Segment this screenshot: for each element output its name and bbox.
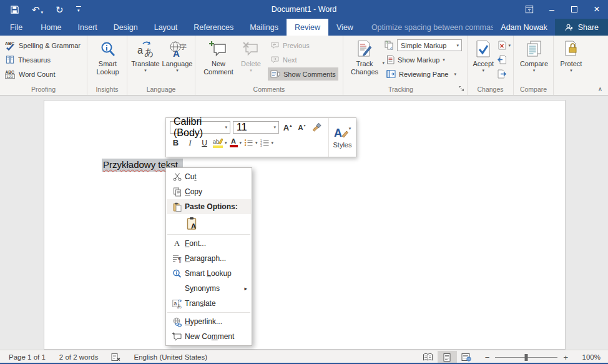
tab-view[interactable]: View	[328, 19, 361, 36]
styles-button[interactable]: A ▾ Styles	[328, 118, 356, 157]
svg-text:a: a	[137, 45, 143, 56]
format-painter-button[interactable]	[310, 122, 322, 134]
bullets-button[interactable]: ▾	[244, 137, 258, 149]
styles-label: Styles	[333, 141, 352, 149]
accept-button[interactable]: Accept ▾	[471, 37, 495, 73]
thesaurus-button[interactable]: Thesaurus	[2, 53, 83, 66]
redo-button[interactable]: ↻	[56, 5, 64, 14]
menu-item-label: Smart Lookup	[185, 269, 247, 278]
smart-lookup-button[interactable]: Smart Lookup	[91, 37, 125, 76]
display-for-review-select[interactable]: Simple Markup▾	[384, 39, 463, 52]
format-painter-icon	[311, 122, 321, 132]
account-user[interactable]: Adam Nowak	[493, 19, 554, 36]
show-markup-button[interactable]: Show Markup ▾	[384, 53, 463, 66]
show-comments-button[interactable]: Show Comments	[268, 67, 338, 81]
read-mode-button[interactable]	[418, 351, 438, 364]
page-indicator[interactable]: Page 1 of 1	[0, 353, 52, 361]
compare-button[interactable]: Compare ▾	[517, 37, 551, 73]
language-indicator[interactable]: English (United States)	[127, 353, 214, 361]
translate-button[interactable]: aあ Translate ▾	[130, 37, 161, 73]
next-change-button[interactable]	[496, 67, 512, 81]
font-color-button[interactable]: A ▾	[230, 137, 242, 149]
shrink-font-button[interactable]: A▾	[296, 122, 308, 134]
group-label-proofing: Proofing	[0, 86, 87, 93]
tab-home[interactable]: Home	[32, 19, 69, 36]
tab-mailings[interactable]: Mailings	[242, 19, 287, 36]
tab-insert[interactable]: Insert	[70, 19, 105, 36]
zoom-out-button[interactable]: −	[485, 353, 490, 362]
save-button[interactable]	[10, 5, 19, 14]
minimize-button[interactable]: –	[541, 0, 563, 19]
underline-button[interactable]: U	[199, 137, 210, 149]
menu-item-hyperlink[interactable]: Hyperlink...	[167, 314, 251, 329]
maximize-icon	[571, 6, 577, 12]
reviewing-pane-button[interactable]: Reviewing Pane ▾	[384, 67, 463, 81]
tab-references[interactable]: References	[185, 19, 242, 36]
web-layout-button[interactable]	[457, 351, 476, 364]
zoom-slider-handle[interactable]	[525, 354, 528, 361]
tab-layout[interactable]: Layout	[146, 19, 186, 36]
menu-item-synonyms[interactable]: Synonyms ▸	[167, 281, 251, 296]
menu-item-label: Copy	[185, 187, 247, 196]
share-button[interactable]: Share	[555, 19, 608, 36]
grow-font-button[interactable]: A▴	[282, 122, 293, 134]
track-changes-button[interactable]: Track Changes ▾	[347, 37, 382, 76]
spelling-grammar-button[interactable]: ABC Spelling & Grammar	[2, 39, 83, 52]
highlight-button[interactable]: ab ▾	[213, 137, 227, 149]
previous-comment-button[interactable]: Previous	[268, 39, 338, 52]
tell-me-box[interactable]: Optimize spacing between commas	[361, 19, 493, 36]
menu-separator	[167, 234, 250, 235]
menu-item-translate[interactable]: aあ Translate	[167, 296, 251, 311]
menu-item-paragraph[interactable]: ¶ Paragraph...	[167, 251, 251, 266]
zoom-slider[interactable]	[495, 357, 557, 358]
paste-icon	[169, 202, 185, 212]
accept-label: Accept	[473, 60, 494, 68]
print-layout-button[interactable]	[438, 351, 457, 364]
menu-item-cut[interactable]: Cut	[167, 169, 251, 184]
menu-item-new-comment[interactable]: New Comment	[167, 329, 251, 344]
language-button[interactable]: A字 Language ▾	[161, 37, 194, 73]
protect-button[interactable]: Protect ▾	[556, 37, 586, 73]
bold-button[interactable]: B	[170, 137, 182, 149]
tab-design[interactable]: Design	[105, 19, 146, 36]
maximize-button[interactable]	[563, 0, 586, 19]
font-size-select[interactable]: 11 ▾	[233, 121, 279, 134]
accept-icon	[475, 39, 491, 60]
keep-text-only-icon: A	[186, 217, 199, 230]
tab-review[interactable]: Review	[287, 19, 328, 36]
reject-button[interactable]: ▾	[496, 39, 512, 52]
customize-qat-button[interactable]: ▾	[76, 6, 81, 12]
menu-item-smart-lookup[interactable]: Smart Lookup	[167, 266, 251, 281]
svg-text:A: A	[334, 127, 342, 139]
undo-dropdown-icon[interactable]: ▾	[41, 10, 44, 14]
reviewing-pane-icon	[386, 70, 396, 78]
previous-change-button[interactable]	[496, 53, 512, 66]
font-name-value: Calibri (Body)	[174, 116, 225, 139]
delete-comment-button[interactable]: Delete ▾	[237, 37, 265, 73]
ribbon-display-options-button[interactable]	[518, 0, 541, 19]
word-count-indicator[interactable]: 2 of 2 words	[52, 353, 105, 361]
italic-button[interactable]: I	[184, 137, 196, 149]
menu-item-copy[interactable]: Copy	[167, 184, 251, 199]
tracking-dialog-launcher[interactable]	[458, 86, 464, 93]
zoom-level[interactable]: 100%	[574, 353, 601, 361]
language-icon: A字	[168, 39, 187, 60]
svg-text:字: 字	[180, 43, 187, 51]
zoom-in-button[interactable]: +	[563, 353, 568, 362]
collapse-ribbon-button[interactable]: ∧	[598, 86, 602, 92]
proofing-status-button[interactable]	[105, 353, 127, 362]
show-markup-dropdown-icon: ▾	[443, 57, 445, 62]
next-comment-button[interactable]: Next	[268, 53, 338, 66]
undo-button[interactable]: ↶▾	[32, 5, 43, 14]
close-button[interactable]: ×	[586, 0, 608, 19]
menu-item-font[interactable]: A Font...	[167, 236, 251, 251]
font-size-arrow-icon: ▾	[273, 125, 276, 130]
new-comment-button[interactable]: New Comment	[200, 37, 237, 76]
shrink-font-arrow-icon: ▾	[303, 123, 305, 127]
keep-text-only-button[interactable]: A	[184, 215, 200, 232]
tab-file[interactable]: File	[0, 19, 32, 36]
font-name-select[interactable]: Calibri (Body) ▾	[170, 121, 230, 134]
numbering-button[interactable]: 123 ▾	[260, 137, 274, 149]
word-count-button[interactable]: ABC123 Word Count	[2, 67, 83, 81]
font-color-dropdown-icon: ▾	[240, 140, 242, 145]
